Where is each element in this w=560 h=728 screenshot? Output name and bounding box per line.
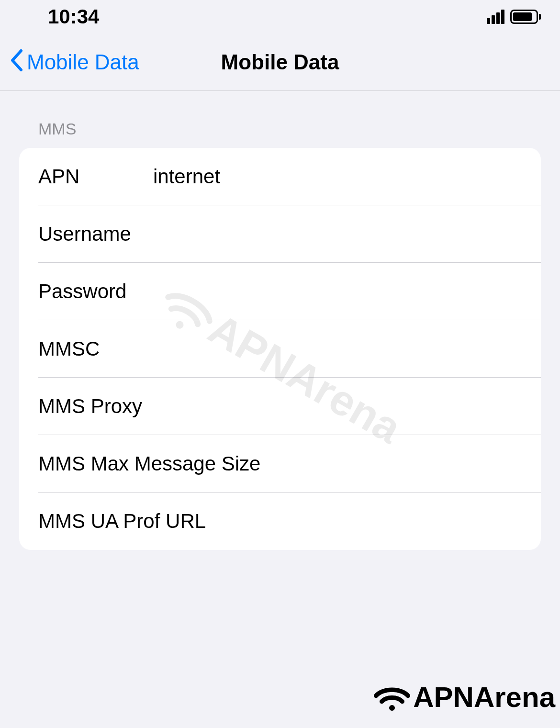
status-bar: 10:34: [0, 0, 560, 34]
svg-point-1: [389, 705, 395, 711]
password-input[interactable]: [153, 280, 522, 303]
mms-ua-prof-input[interactable]: [206, 510, 522, 533]
mmsc-row[interactable]: MMSC: [19, 320, 541, 378]
mms-proxy-label: MMS Proxy: [38, 395, 153, 418]
signal-icon: [487, 10, 504, 24]
section-header: MMS: [19, 120, 541, 148]
apn-input[interactable]: [153, 165, 522, 188]
mmsc-input[interactable]: [153, 337, 522, 360]
username-label: Username: [38, 223, 153, 246]
back-label: Mobile Data: [27, 50, 139, 74]
status-time: 10:34: [48, 5, 99, 28]
battery-icon: [510, 10, 541, 24]
apn-label: APN: [38, 165, 153, 188]
username-row[interactable]: Username: [19, 205, 541, 263]
chevron-left-icon: [10, 49, 23, 76]
username-input[interactable]: [153, 223, 522, 246]
content-area: MMS APN Username Password MMSC MMS Proxy: [0, 91, 560, 550]
mmsc-label: MMSC: [38, 337, 153, 360]
password-label: Password: [38, 280, 153, 303]
mms-proxy-input[interactable]: [153, 395, 522, 418]
watermark-bottom-text: APNArena: [413, 681, 555, 714]
mms-ua-prof-row[interactable]: MMS UA Prof URL: [19, 493, 541, 550]
mms-proxy-row[interactable]: MMS Proxy: [19, 378, 541, 435]
page-title: Mobile Data: [221, 50, 339, 74]
wifi-icon: [373, 683, 411, 712]
watermark-bottom: APNArena: [373, 681, 555, 714]
navigation-bar: Mobile Data Mobile Data: [0, 34, 560, 91]
back-button[interactable]: Mobile Data: [10, 49, 139, 76]
password-row[interactable]: Password: [19, 263, 541, 320]
status-indicators: [487, 10, 541, 24]
mms-max-size-input[interactable]: [260, 452, 522, 475]
mms-ua-prof-label: MMS UA Prof URL: [38, 510, 206, 533]
mms-max-size-row[interactable]: MMS Max Message Size: [19, 435, 541, 493]
apn-row[interactable]: APN: [19, 148, 541, 205]
settings-group: APN Username Password MMSC MMS Proxy MMS…: [19, 148, 541, 550]
mms-max-size-label: MMS Max Message Size: [38, 452, 260, 475]
